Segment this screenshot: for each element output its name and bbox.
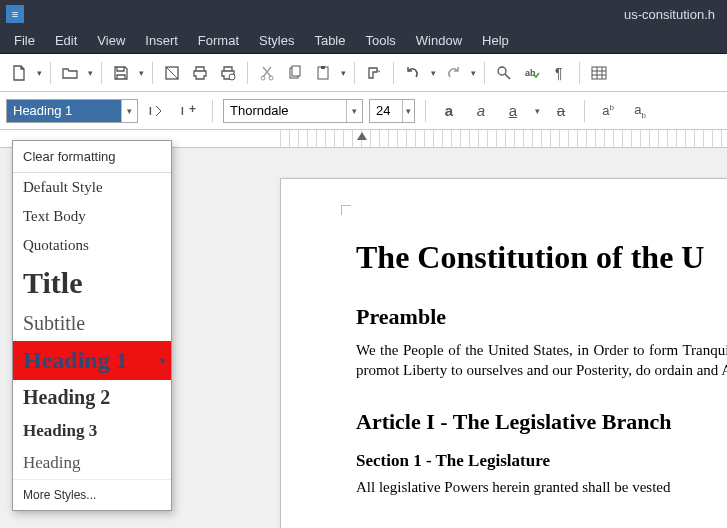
- menu-bar: File Edit View Insert Format Styles Tabl…: [0, 28, 727, 54]
- submenu-arrow-icon: ▾: [160, 355, 165, 366]
- menu-format[interactable]: Format: [190, 30, 247, 51]
- redo-dropdown[interactable]: ▾: [468, 68, 478, 78]
- formatting-marks-button[interactable]: ¶: [547, 60, 573, 86]
- paragraph-style-combo[interactable]: ▾: [6, 99, 138, 123]
- style-heading[interactable]: Heading: [13, 447, 171, 479]
- menu-tools[interactable]: Tools: [357, 30, 403, 51]
- menu-styles[interactable]: Styles: [251, 30, 302, 51]
- style-title[interactable]: Title: [13, 260, 171, 306]
- font-size-dropdown-button[interactable]: ▾: [402, 100, 414, 122]
- indent-marker-icon[interactable]: [357, 132, 367, 140]
- svg-text:ab: ab: [525, 68, 536, 78]
- doc-title[interactable]: The Constitution of the U: [356, 239, 727, 276]
- svg-rect-7: [321, 66, 325, 69]
- underline-dropdown[interactable]: ▾: [532, 106, 542, 116]
- margin-corner-icon: [341, 205, 351, 215]
- style-clear-formatting[interactable]: Clear formatting: [13, 141, 171, 173]
- svg-point-1: [229, 74, 235, 80]
- doc-heading-section1[interactable]: Section 1 - The Legislature: [356, 451, 727, 471]
- menu-window[interactable]: Window: [408, 30, 470, 51]
- font-name-combo[interactable]: ▾: [223, 99, 363, 123]
- paste-dropdown[interactable]: ▾: [338, 68, 348, 78]
- copy-button[interactable]: [282, 60, 308, 86]
- undo-button[interactable]: [400, 60, 426, 86]
- bold-button[interactable]: a: [436, 98, 462, 124]
- font-size-input[interactable]: [370, 100, 402, 122]
- doc-body-section1[interactable]: All legislative Powers herein granted sh…: [356, 479, 727, 496]
- save-dropdown[interactable]: ▾: [136, 68, 146, 78]
- open-dropdown[interactable]: ▾: [85, 68, 95, 78]
- svg-point-8: [498, 67, 506, 75]
- svg-text:+: +: [189, 102, 196, 116]
- standard-toolbar: ▾ ▾ ▾ ▾ ▾ ▾ ab ¶: [0, 54, 727, 92]
- window-title: us-consitution.h: [624, 7, 721, 22]
- doc-body-preamble[interactable]: We the People of the United States, in O…: [356, 340, 727, 381]
- menu-edit[interactable]: Edit: [47, 30, 85, 51]
- redo-button[interactable]: [440, 60, 466, 86]
- font-size-combo[interactable]: ▾: [369, 99, 415, 123]
- svg-text:¶: ¶: [555, 65, 563, 81]
- svg-text:I: I: [149, 106, 152, 117]
- save-button[interactable]: [108, 60, 134, 86]
- cut-button[interactable]: [254, 60, 280, 86]
- style-heading-1[interactable]: Heading 1▾: [13, 341, 171, 380]
- font-name-dropdown-button[interactable]: ▾: [346, 100, 362, 122]
- export-pdf-button[interactable]: [159, 60, 185, 86]
- paste-button[interactable]: [310, 60, 336, 86]
- insert-table-button[interactable]: [586, 60, 612, 86]
- clone-formatting-button[interactable]: [361, 60, 387, 86]
- print-preview-button[interactable]: [215, 60, 241, 86]
- strikethrough-button[interactable]: a: [548, 98, 574, 124]
- new-style-button[interactable]: I+: [176, 98, 202, 124]
- menu-help[interactable]: Help: [474, 30, 517, 51]
- paragraph-style-dropdown-list: Clear formatting Default Style Text Body…: [12, 140, 172, 511]
- menu-view[interactable]: View: [89, 30, 133, 51]
- subscript-button[interactable]: ab: [627, 98, 653, 124]
- formatting-toolbar: ▾ I I+ ▾ ▾ a a a ▾ a ab ab: [0, 92, 727, 130]
- style-heading-2[interactable]: Heading 2: [13, 380, 171, 415]
- menu-table[interactable]: Table: [306, 30, 353, 51]
- svg-rect-5: [292, 66, 300, 76]
- superscript-button[interactable]: ab: [595, 98, 621, 124]
- new-doc-dropdown[interactable]: ▾: [34, 68, 44, 78]
- find-replace-button[interactable]: [491, 60, 517, 86]
- menu-insert[interactable]: Insert: [137, 30, 186, 51]
- doc-heading-preamble[interactable]: Preamble: [356, 304, 727, 330]
- italic-button[interactable]: a: [468, 98, 494, 124]
- style-quotations[interactable]: Quotations: [13, 231, 171, 260]
- undo-dropdown[interactable]: ▾: [428, 68, 438, 78]
- print-button[interactable]: [187, 60, 213, 86]
- style-default[interactable]: Default Style: [13, 173, 171, 202]
- app-icon: ≡: [6, 5, 24, 23]
- window-titlebar: ≡ us-consitution.h: [0, 0, 727, 28]
- open-button[interactable]: [57, 60, 83, 86]
- update-style-button[interactable]: I: [144, 98, 170, 124]
- spellcheck-button[interactable]: ab: [519, 60, 545, 86]
- paragraph-style-dropdown-button[interactable]: ▾: [121, 100, 137, 122]
- style-text-body[interactable]: Text Body: [13, 202, 171, 231]
- style-heading-1-label: Heading 1: [23, 347, 128, 374]
- underline-button[interactable]: a: [500, 98, 526, 124]
- new-doc-button[interactable]: [6, 60, 32, 86]
- style-heading-3[interactable]: Heading 3: [13, 415, 171, 447]
- menu-file[interactable]: File: [6, 30, 43, 51]
- doc-heading-article1[interactable]: Article I - The Legislative Branch: [356, 409, 727, 435]
- svg-rect-11: [592, 67, 606, 79]
- paragraph-style-input[interactable]: [7, 100, 121, 122]
- style-more[interactable]: More Styles...: [13, 479, 171, 510]
- document-page[interactable]: The Constitution of the U Preamble We th…: [280, 178, 727, 528]
- svg-text:I: I: [181, 106, 184, 117]
- style-subtitle[interactable]: Subtitle: [13, 306, 171, 341]
- font-name-input[interactable]: [224, 100, 346, 122]
